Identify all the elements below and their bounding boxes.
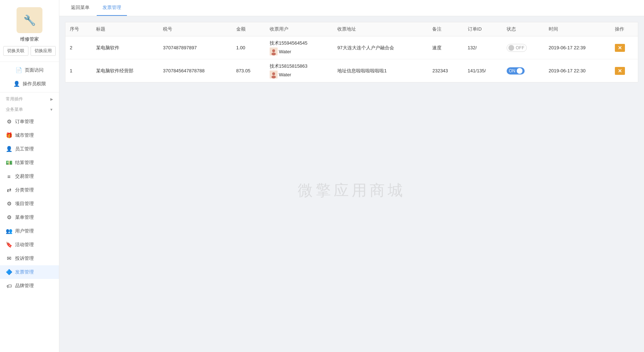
toggle-on-2[interactable]: ON	[507, 67, 525, 75]
user-water-label-1: Water	[279, 49, 291, 54]
watermark: 微擎应用商城	[298, 180, 406, 200]
cell-taxno-1: 3707487897897	[159, 36, 232, 59]
sidebar-item-invoice[interactable]: 🔷 发票管理	[0, 265, 59, 279]
cell-user-2: 技术15815815863 Wa	[265, 59, 333, 82]
cell-seq-2: 1	[65, 59, 92, 82]
sidebar-item-menu[interactable]: ⚙ 菜单管理	[0, 211, 59, 224]
sidebar-item-employee[interactable]: 👤 员工管理	[0, 142, 59, 156]
sidebar-label-settlement: 结算管理	[15, 159, 53, 166]
transaction-icon: ≡	[6, 173, 12, 180]
col-taxno: 税号	[159, 22, 232, 36]
avatar-1	[270, 48, 278, 55]
tab-back[interactable]: 返回菜单	[65, 0, 95, 16]
sidebar-item-brand[interactable]: 🏷 品牌管理	[0, 279, 59, 293]
sidebar-item-city[interactable]: 🎁 城市管理	[0, 128, 59, 142]
toggle-off-1[interactable]: OFF	[507, 44, 527, 52]
cell-amount-1: 1.00	[232, 36, 265, 59]
tab-invoice[interactable]: 发票管理	[97, 0, 127, 16]
sidebar: 🔧 维修管家 切换关联 切换应用 📄 页面访问 👤 操作员权限 常用插件 ▶ 业…	[0, 0, 59, 352]
page-access-icon: 📄	[15, 67, 22, 73]
cell-amount-2: 873.05	[232, 59, 265, 82]
page-content: 序号 标题 税号 金额 收票用户 收票地址 备注 订单ID 状态 时间 操作	[59, 16, 644, 352]
cell-address-2: 地址信息啦啦啦啦啦啦1	[333, 59, 428, 82]
svg-point-5	[271, 76, 276, 78]
sidebar-label-page-access: 页面访问	[25, 67, 44, 73]
sidebar-item-operator[interactable]: 👤 操作员权限	[8, 77, 52, 91]
col-time: 时间	[544, 22, 611, 36]
svg-point-1	[272, 49, 275, 52]
sidebar-item-user[interactable]: 👥 用户管理	[0, 224, 59, 238]
col-title: 标题	[92, 22, 159, 36]
cell-seq-1: 2	[65, 36, 92, 59]
invoice-table-wrapper: 序号 标题 税号 金额 收票用户 收票地址 备注 订单ID 状态 时间 操作	[65, 22, 638, 82]
user-cell-1: 技术15594564545 Wa	[270, 40, 329, 55]
delete-button-1[interactable]: ✕	[615, 44, 625, 52]
cell-action-2: ✕	[611, 59, 638, 82]
sidebar-label-order: 订单管理	[15, 118, 53, 125]
col-status: 状态	[502, 22, 544, 36]
sidebar-label-transaction: 交易管理	[15, 173, 53, 180]
cell-remark-1: 速度	[428, 36, 463, 59]
switch-link-button[interactable]: 切换关联	[3, 46, 28, 56]
sidebar-item-activity[interactable]: 🔖 活动管理	[0, 238, 59, 252]
cell-user-1: 技术15594564545 Wa	[265, 36, 333, 59]
table-row: 2 某电脑软件 3707487897897 1.00 技术15594564545	[65, 36, 638, 59]
sidebar-action-buttons: 切换关联 切换应用	[3, 46, 56, 56]
avatar-2	[270, 71, 278, 78]
city-icon: 🎁	[6, 132, 12, 139]
col-action: 操作	[611, 22, 638, 36]
toggle-dot-off-1	[508, 45, 514, 51]
employee-icon: 👤	[6, 146, 12, 152]
sidebar-divider-1	[0, 62, 59, 62]
cell-time-2: 2019-06-17 22:30	[544, 59, 611, 82]
project-icon: ⚙	[6, 200, 12, 207]
col-remark: 备注	[428, 22, 463, 36]
sidebar-label-complaint: 投诉管理	[15, 255, 53, 262]
col-user: 收票用户	[265, 22, 333, 36]
cell-orderid-1: 132/	[463, 36, 503, 59]
sidebar-item-page-access[interactable]: 📄 页面访问	[10, 63, 49, 77]
settlement-icon: 💵	[6, 159, 12, 166]
svg-point-4	[272, 72, 275, 75]
invoice-icon: 🔷	[6, 269, 12, 275]
brand-icon: 🏷	[6, 283, 12, 289]
cell-action-1: ✕	[611, 36, 638, 59]
delete-button-2[interactable]: ✕	[615, 67, 625, 75]
user-icon: 👥	[6, 228, 12, 234]
invoice-table: 序号 标题 税号 金额 收票用户 收票地址 备注 订单ID 状态 时间 操作	[65, 22, 638, 82]
sidebar-item-project[interactable]: ⚙ 项目管理	[0, 197, 59, 211]
col-amount: 金额	[232, 22, 265, 36]
category-icon: ⇄	[6, 187, 12, 193]
svg-point-2	[271, 53, 276, 55]
section-business: 业务菜单 ▼	[0, 104, 59, 115]
main-content: 返回菜单 发票管理 序号 标题 税号 金额 收票用户 收票地址 备注 订单ID	[59, 0, 644, 352]
sidebar-title: 维修管家	[20, 36, 39, 42]
toggle-label-off-1: OFF	[516, 45, 524, 50]
logo-container: 🔧	[15, 6, 44, 35]
col-orderid: 订单ID	[463, 22, 503, 36]
sidebar-nav: ⚙ 订单管理 🎁 城市管理 👤 员工管理 💵 结算管理 ≡ 交易管理 ⇄ 分类管…	[0, 115, 59, 352]
col-address: 收票地址	[333, 22, 428, 36]
sidebar-item-category[interactable]: ⇄ 分类管理	[0, 183, 59, 197]
user-avatar-row-2: Water	[270, 71, 329, 78]
order-icon: ⚙	[6, 118, 12, 125]
sidebar-item-transaction[interactable]: ≡ 交易管理	[0, 170, 59, 183]
cell-status-2: ON	[502, 59, 544, 82]
sidebar-item-complaint[interactable]: ✉ 投诉管理	[0, 252, 59, 265]
activity-icon: 🔖	[6, 242, 12, 248]
user-water-label-2: Water	[279, 72, 291, 77]
cell-time-1: 2019-06-17 22:39	[544, 36, 611, 59]
switch-app-button[interactable]: 切换应用	[31, 46, 56, 56]
menu-icon: ⚙	[6, 214, 12, 221]
sidebar-item-settlement[interactable]: 💵 结算管理	[0, 156, 59, 170]
complaint-icon: ✉	[6, 255, 12, 262]
toggle-label-on-2: ON	[509, 68, 515, 73]
cell-address-1: 97大连大连个人户户融合会	[333, 36, 428, 59]
user-name-1: 技术15594564545	[270, 40, 329, 46]
section-common: 常用插件 ▶	[0, 94, 59, 104]
sidebar-label-brand: 品牌管理	[15, 283, 53, 289]
cell-title-1: 某电脑软件	[92, 36, 159, 59]
sidebar-label-menu: 菜单管理	[15, 214, 53, 221]
sidebar-label-operator: 操作员权限	[23, 81, 46, 87]
sidebar-item-order[interactable]: ⚙ 订单管理	[0, 115, 59, 128]
